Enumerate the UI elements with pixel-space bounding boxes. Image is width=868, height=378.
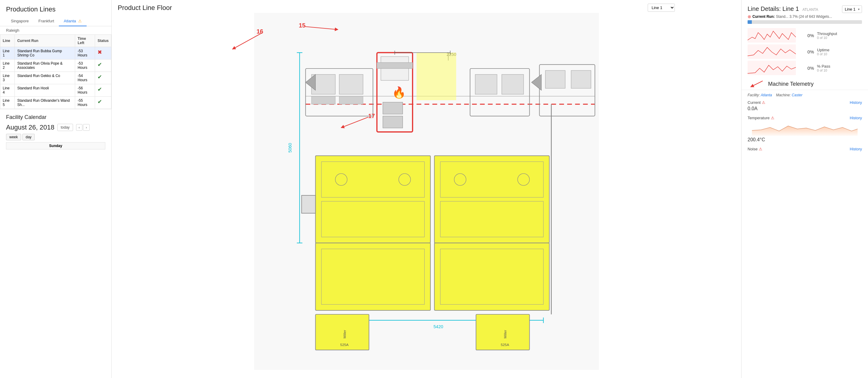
svg-text:525A: 525A xyxy=(501,343,509,347)
svg-rect-43 xyxy=(383,116,403,128)
svg-rect-46 xyxy=(475,75,497,94)
machine-label: Machine: xyxy=(776,93,791,97)
temperature-value: 200.4°C xyxy=(748,137,862,143)
line-selector-wrap: Line 1 Line 2 Line 3 Line 4 Line 5 xyxy=(842,5,862,13)
svg-rect-50 xyxy=(571,70,591,88)
svg-rect-55 xyxy=(377,62,412,68)
current-value: 0.0A xyxy=(748,106,862,111)
current-name: Current ⚠ xyxy=(748,100,765,105)
throughput-value: 0% xyxy=(799,33,814,38)
table-row[interactable]: Line 5 Standard Run Ollivander's Wand Sh… xyxy=(0,97,112,109)
status-ok-icon: ✔ xyxy=(97,74,102,80)
pass-value: 0% xyxy=(799,65,814,71)
svg-text:🔥: 🔥 xyxy=(392,86,406,99)
svg-rect-36 xyxy=(339,75,363,94)
current-history-link[interactable]: History xyxy=(850,100,862,105)
telemetry-current-row: Current ⚠ History 0.0A xyxy=(748,100,862,111)
week-view-button[interactable]: week xyxy=(6,134,21,140)
current-warn-icon: ⚠ xyxy=(762,100,765,105)
tab-singapore[interactable]: Singapore xyxy=(6,16,33,26)
status-ok-icon: ✔ xyxy=(97,62,102,68)
line-selector-right[interactable]: Line 1 Line 2 Line 3 Line 4 Line 5 xyxy=(842,5,862,13)
current-run-badge: ⊗ Current Run: Stand... 3.7% (24 of 643 … xyxy=(748,14,862,19)
svg-rect-14 xyxy=(434,156,549,243)
middle-panel: Product Line Floor Line 1 Line 2 Line 3 … xyxy=(112,0,741,378)
temperature-history-link[interactable]: History xyxy=(850,116,862,120)
cell-time: -53 Hours xyxy=(75,47,95,59)
cell-line: Line 4 xyxy=(0,84,15,97)
current-run-section: ⊗ Current Run: Stand... 3.7% (24 of 643 … xyxy=(742,14,868,27)
metric-throughput-row: 0% Throughput 0 of 10 xyxy=(748,28,862,42)
svg-text:525A: 525A xyxy=(340,343,349,347)
noise-history-link[interactable]: History xyxy=(850,147,862,151)
facility-info: Facility: Atlanta Machine: Caster xyxy=(748,93,862,97)
day-header: Sunday xyxy=(6,142,105,149)
progress-bar-fill xyxy=(748,20,752,24)
col-current-run: Current Run xyxy=(15,35,75,47)
cell-time: -55 Hours xyxy=(75,97,95,109)
telemetry-temp-header: Temperature ⚠ History xyxy=(748,116,862,120)
tab-atlanta[interactable]: Atlanta ⚠ xyxy=(59,16,87,26)
metric-uptime-row: 0% Uptime 0 of 10 xyxy=(748,45,862,59)
floor-title: Product Line Floor xyxy=(118,4,172,12)
cell-run: Standard Run Hooli xyxy=(15,84,75,97)
telemetry-noise-header: Noise ⚠ History xyxy=(748,147,862,151)
throughput-sparkline xyxy=(748,28,796,42)
cell-line: Line 3 xyxy=(0,72,15,84)
cell-run: Standard Run Gekko & Co xyxy=(15,72,75,84)
facility-label: Facility: xyxy=(748,93,760,97)
prev-button[interactable]: ‹ xyxy=(76,124,83,131)
tab-raleigh[interactable]: Raleigh xyxy=(0,26,112,34)
machine-value[interactable]: Caster xyxy=(792,93,802,97)
cell-status: ✔ xyxy=(95,59,112,72)
svg-line-65 xyxy=(751,81,763,87)
cell-line: Line 5 xyxy=(0,97,15,109)
next-button[interactable]: › xyxy=(83,124,90,131)
col-status: Status xyxy=(95,35,112,47)
table-row[interactable]: Line 4 Standard Run Hooli -56 Hours ✔ xyxy=(0,84,112,97)
telemetry-title: Machine Telemetry xyxy=(768,81,814,87)
current-run-value: Stand... 3.7% (24 of 643 Widgets... xyxy=(776,14,832,19)
table-row[interactable]: Line 3 Standard Run Gekko & Co -54 Hours… xyxy=(0,72,112,84)
production-lines-title: Production Lines xyxy=(0,0,112,16)
table-row[interactable]: Line 2 Standard Run Olivia Pope & Associ… xyxy=(0,59,112,72)
calendar-title: Facility Calendar xyxy=(6,114,105,120)
facility-value[interactable]: Atlanta xyxy=(761,93,772,97)
day-view-button[interactable]: day xyxy=(22,134,35,140)
uptime-label: Uptime 0 of 10 xyxy=(817,48,829,56)
svg-text:Miller: Miller xyxy=(503,330,507,339)
col-line: Line xyxy=(0,35,15,47)
cell-line: Line 1 xyxy=(0,47,15,59)
svg-text:5060: 5060 xyxy=(288,143,292,152)
uptime-value: 0% xyxy=(799,49,814,54)
location-tabs: Singapore Frankfurt Atlanta ⚠ xyxy=(0,16,112,26)
current-run-label: Current Run: xyxy=(752,14,775,19)
noise-warn-icon: ⚠ xyxy=(759,147,763,151)
svg-rect-37 xyxy=(311,96,335,104)
telemetry-temperature-row: Temperature ⚠ History xyxy=(748,116,862,143)
svg-rect-12 xyxy=(315,156,430,243)
calendar-views: week day xyxy=(6,134,105,140)
telemetry-current-header: Current ⚠ History xyxy=(748,100,862,105)
pass-sparkline xyxy=(748,61,796,75)
line-selector-middle[interactable]: Line 1 Line 2 Line 3 Line 4 Line 5 xyxy=(648,4,675,12)
status-error-icon: ✖ xyxy=(97,49,102,55)
calendar-date: August 26, 2018 xyxy=(6,123,54,131)
line-location: ATLANTA xyxy=(803,7,818,12)
svg-rect-42 xyxy=(383,103,403,114)
today-button[interactable]: today xyxy=(57,124,73,131)
uptime-sparkline xyxy=(748,45,796,59)
calendar-header: August 26, 2018 today ‹ › xyxy=(6,123,105,131)
cell-status: ✔ xyxy=(95,72,112,84)
cell-status: ✖ xyxy=(95,47,112,59)
table-row[interactable]: Line 1 Standard Run Bubba Gump Shrimp Co… xyxy=(0,47,112,59)
tab-frankfurt[interactable]: Frankfurt xyxy=(33,16,59,26)
left-panel: Production Lines Singapore Frankfurt Atl… xyxy=(0,0,112,378)
temperature-chart xyxy=(748,121,862,136)
noise-name: Noise ⚠ xyxy=(748,147,763,151)
svg-rect-62 xyxy=(748,28,796,42)
current-run-error-icon: ⊗ xyxy=(748,14,751,19)
metric-pass-row: 0% % Pass 0 of 10 xyxy=(748,61,862,75)
right-header: Line Details: Line 1 ATLANTA Line 1 Line… xyxy=(742,0,868,14)
cell-status: ✔ xyxy=(95,97,112,109)
